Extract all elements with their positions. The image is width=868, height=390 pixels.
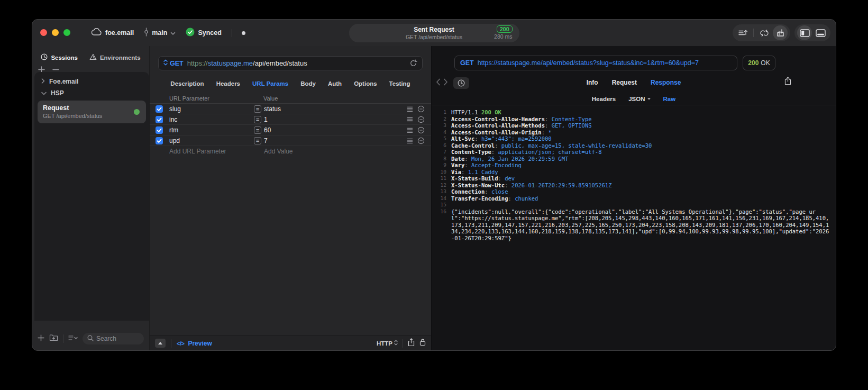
tree-group-hsp[interactable]: HSP — [34, 87, 149, 99]
param-checkbox[interactable] — [156, 137, 163, 144]
resend-request-icon[interactable] — [409, 59, 417, 67]
tab-response[interactable]: Response — [651, 79, 681, 86]
remove-param-icon[interactable] — [417, 105, 425, 113]
reorder-handle-icon[interactable] — [407, 117, 413, 123]
project-name[interactable]: foe.email — [105, 29, 134, 37]
tab-request[interactable]: Request — [612, 79, 637, 86]
share-icon[interactable] — [408, 338, 415, 349]
toggle-left-sidebar-icon[interactable] — [797, 25, 812, 40]
param-value[interactable]: 1 — [264, 114, 268, 125]
raw-response-view[interactable]: 1HTTP/1.1 200 OK2Access-Control-Allow-He… — [432, 105, 836, 350]
reorder-handle-icon[interactable] — [407, 106, 413, 112]
line-content: Date: Mon, 26 Jan 2026 20:29:59 GMT — [451, 156, 832, 162]
remove-param-icon[interactable] — [417, 116, 425, 123]
param-row: rtm=60 — [150, 125, 431, 135]
zoom-window-button[interactable] — [63, 29, 70, 36]
add-request-icon[interactable] — [38, 334, 44, 343]
line-number: 6 — [436, 142, 446, 149]
param-name[interactable]: slug — [169, 104, 181, 114]
subtab-headers[interactable]: Headers — [592, 96, 616, 102]
sent-request-url-box[interactable]: GET https://statuspage.me/api/embed/stat… — [454, 56, 737, 70]
param-value[interactable]: status — [264, 104, 281, 114]
add-value-placeholder[interactable]: Add Value — [264, 146, 293, 157]
equals-icon: = — [254, 126, 261, 134]
tab-sessions[interactable]: Sessions — [41, 53, 78, 61]
response-segment: 2026-01-26T20:29:59.859105261Z — [511, 182, 612, 188]
response-segment: Content-Type — [552, 116, 592, 122]
export-lines-icon[interactable] — [735, 25, 750, 40]
response-line: 5Alt-Svc: h3=":443"; ma=2592000 — [436, 135, 832, 142]
remove-param-icon[interactable] — [417, 126, 425, 134]
tab-options[interactable]: Options — [354, 80, 377, 87]
search-input[interactable]: Search — [83, 333, 144, 344]
param-name[interactable]: upd — [169, 135, 180, 146]
lock-icon[interactable] — [419, 338, 426, 348]
add-param-row[interactable]: Add URL Parameter Add Value — [150, 146, 431, 157]
param-checkbox[interactable] — [156, 105, 163, 113]
sync-status[interactable]: Synced — [186, 28, 221, 39]
column-header-value: Value — [263, 95, 278, 102]
param-name[interactable]: inc — [169, 114, 177, 125]
minimize-window-button[interactable] — [52, 29, 59, 36]
editor-footer-right: HTTP — [377, 338, 426, 349]
code-icon: </> — [177, 340, 184, 347]
param-name[interactable]: rtm — [169, 125, 178, 135]
title-bar: foe.email main Synced Sent Request GET /… — [32, 20, 836, 46]
collapse-panel-button[interactable] — [155, 339, 166, 348]
tab-environments[interactable]: Environments — [89, 53, 141, 61]
chevron-down-icon — [41, 89, 47, 97]
add-folder-icon[interactable] — [49, 334, 58, 343]
line-number: 14 — [436, 195, 446, 202]
reorder-handle-icon[interactable] — [407, 138, 413, 144]
sort-filter-icon[interactable] — [68, 334, 78, 343]
request-url[interactable]: https://statuspage.me/api/embed/status — [187, 59, 307, 67]
response-line: 2Access-Control-Allow-Headers: Content-T… — [436, 116, 832, 123]
preview-button[interactable]: </> Preview — [177, 340, 212, 347]
sidebar: Sessions Environments Foe.email — [32, 46, 149, 350]
request-list-item-selected[interactable]: Request GET /api/embed/status — [38, 101, 146, 123]
tab-testing[interactable]: Testing — [389, 80, 410, 87]
tab-body[interactable]: Body — [300, 80, 316, 87]
method-selector[interactable]: GET — [163, 59, 184, 67]
tab-description[interactable]: Description — [170, 80, 204, 87]
tree-group-label: HSP — [51, 89, 64, 97]
param-checkbox[interactable] — [156, 116, 163, 123]
add-parameter-placeholder[interactable]: Add URL Parameter — [169, 146, 226, 157]
url-bar[interactable]: GET https://statuspage.me/api/embed/stat… — [158, 56, 423, 70]
tab-info[interactable]: Info — [587, 79, 598, 86]
remove-param-icon[interactable] — [417, 137, 425, 144]
subtab-json[interactable]: JSON — [628, 96, 650, 102]
toggle-bottom-panel-icon[interactable] — [813, 25, 828, 40]
param-checkbox[interactable] — [156, 126, 163, 134]
sent-method-label: GET — [460, 59, 474, 67]
import-request-icon[interactable] — [773, 25, 788, 40]
window-controls — [40, 29, 70, 36]
chevron-right-icon — [41, 78, 45, 85]
sent-url: https://statuspage.me/api/embed/status?s… — [478, 59, 699, 67]
unsynced-indicator-dot — [242, 31, 245, 35]
close-window-button[interactable] — [40, 29, 47, 36]
reorder-handle-icon[interactable] — [407, 128, 413, 133]
tab-headers[interactable]: Headers — [216, 80, 240, 87]
line-number: 1 — [436, 109, 446, 116]
response-segment: Transfer-Encoding — [451, 195, 508, 202]
tab-auth[interactable]: Auth — [328, 80, 342, 87]
triangle-up-icon — [158, 342, 162, 344]
titlebar-toolbar — [733, 24, 830, 41]
merge-loops-icon[interactable] — [757, 25, 772, 40]
subtab-raw[interactable]: Raw — [663, 96, 676, 102]
param-value[interactable]: 60 — [264, 125, 271, 135]
tab-url-params[interactable]: URL Params — [252, 80, 288, 87]
request-summary-pill[interactable]: Sent Request GET /api/embed/status 200 2… — [349, 24, 519, 42]
param-value[interactable]: 7 — [264, 135, 268, 146]
export-response-icon[interactable] — [784, 77, 791, 87]
equals-icon: = — [254, 137, 261, 144]
line-content: Access-Control-Allow-Origin: * — [451, 129, 832, 136]
line-number: 4 — [436, 129, 446, 136]
response-tabs: InfoRequestResponse — [432, 79, 836, 86]
request-summary-subtitle: GET /api/embed/status — [406, 34, 462, 40]
toolbar-divider — [63, 334, 63, 343]
branch-selector[interactable]: main — [144, 28, 176, 39]
tree-group-foe-email[interactable]: Foe.email — [34, 76, 149, 87]
protocol-selector[interactable]: HTTP — [377, 340, 398, 347]
